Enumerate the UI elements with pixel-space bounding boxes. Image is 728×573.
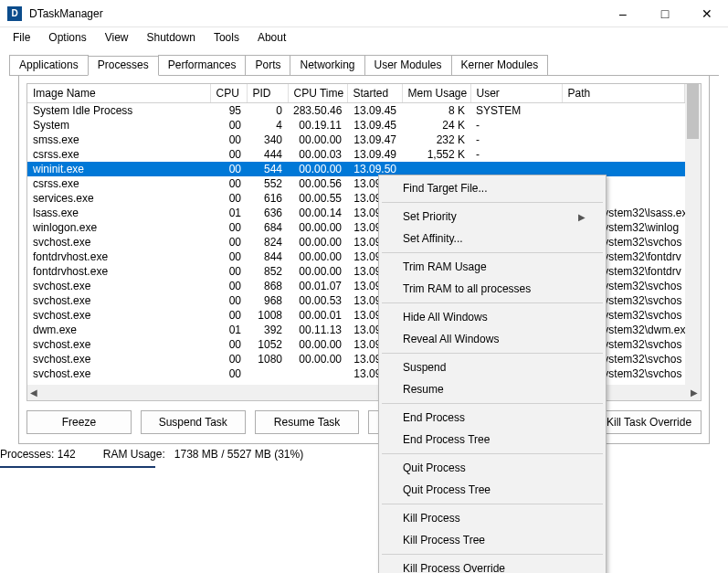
menu-about[interactable]: About [248,29,295,46]
col-image-name[interactable]: Image Name [27,84,210,103]
col-user[interactable]: User [470,84,562,103]
scroll-left-icon[interactable]: ◀ [30,387,37,398]
vertical-scrollbar[interactable] [685,84,701,385]
maximize-button[interactable]: □ [644,0,686,27]
cm-trim-ram-usage[interactable]: Trim RAM Usage [381,256,604,278]
cell-pid: 1052 [247,337,288,352]
table-row[interactable]: System Idle Process950283.50.4613.09.458… [27,103,685,119]
cell-name: svchost.exe [27,308,210,323]
context-menu-separator [382,403,603,404]
col-pid[interactable]: PID [247,84,288,103]
cell-user: - [470,133,562,147]
cell-cpu: 01 [210,323,247,337]
cell-mem: 232 K [402,133,470,147]
cell-cputime: 00.00.55 [288,191,347,206]
tab-networking[interactable]: Networking [290,55,364,75]
cm-label: Kill Process [403,512,460,525]
cell-cputime [288,366,347,381]
scrollbar-thumb[interactable] [687,84,699,139]
cell-cputime: 00.00.00 [288,133,347,147]
cm-resume[interactable]: Resume [381,378,604,400]
cm-label: Quit Process [403,462,466,474]
button-suspend-task[interactable]: Suspend Task [141,410,246,434]
cell-cputime: 00.11.13 [288,323,347,337]
cell-cputime: 00.00.00 [288,337,347,352]
cell-name: fontdrvhost.exe [27,264,210,279]
cm-set-affinity-[interactable]: Set Affinity... [381,228,604,249]
tab-applications[interactable]: Applications [9,55,89,75]
context-menu-separator [382,504,603,504]
cm-label: Suspend [403,361,446,374]
scroll-right-icon[interactable]: ▶ [691,387,698,398]
cm-hide-all-windows[interactable]: Hide All Windows [381,306,604,328]
menu-file[interactable]: File [4,29,39,46]
tab-processes[interactable]: Processes [88,56,159,76]
cell-cpu: 00 [210,133,247,147]
cell-pid: 552 [247,176,288,191]
cell-cpu: 01 [210,206,247,220]
ram-value: 1738 MB / 5527 MB (31%) [174,448,303,461]
cm-find-target-file-[interactable]: Find Target File... [381,177,604,199]
cell-cpu: 00 [210,147,247,162]
cm-trim-ram-to-all-processes[interactable]: Trim RAM to all processes [381,278,604,300]
col-started[interactable]: Started [347,84,402,103]
cell-cputime: 00.00.56 [288,176,347,191]
col-cpu[interactable]: CPU [210,84,247,103]
cell-started: 13.09.49 [347,147,402,162]
cell-path [562,118,685,133]
cm-end-process-tree[interactable]: End Process Tree [381,429,604,451]
button-freeze[interactable]: Freeze [26,410,132,434]
cm-quit-process-tree[interactable]: Quit Process Tree [381,479,604,501]
menu-options[interactable]: Options [39,29,95,46]
cm-label: Trim RAM Usage [403,260,487,273]
col-mem-usage[interactable]: Mem Usage [402,84,470,103]
button-kill-task-override[interactable]: Kill Task Override [596,410,702,434]
cell-cputime: 00.00.14 [288,206,347,220]
col-cpu-time[interactable]: CPU Time [288,84,347,103]
col-path[interactable]: Path [562,84,685,103]
cm-kill-process-tree[interactable]: Kill Process Tree [381,529,604,551]
cell-name: svchost.exe [27,279,210,293]
table-row[interactable]: csrss.exe0044400.00.0313.09.491,552 K- [27,147,685,162]
cell-mem: 8 K [402,103,470,119]
menu-view[interactable]: View [96,29,138,46]
cell-cpu: 00 [210,337,247,352]
cell-path [562,147,685,162]
tab-user-modules[interactable]: User Modules [364,55,452,75]
cell-user: SYSTEM [470,103,562,119]
cell-cputime: 00.01.07 [288,279,347,293]
cell-cputime: 00.00.00 [288,220,347,235]
table-row[interactable]: System00400.19.1113.09.4524 K- [27,118,685,133]
cm-quit-process[interactable]: Quit Process [381,457,604,479]
menu-shutdown[interactable]: Shutdown [138,29,205,46]
menu-tools[interactable]: Tools [205,29,248,46]
cm-kill-process[interactable]: Kill Process [381,507,604,529]
cell-name: csrss.exe [27,176,210,191]
cell-name: svchost.exe [27,235,210,249]
window-controls: – □ ✕ [602,0,728,27]
cm-label: Resume [403,383,444,396]
cm-reveal-all-windows[interactable]: Reveal All Windows [381,328,604,350]
tab-kerner-modules[interactable]: Kerner Modules [451,55,549,75]
cell-name: dwm.exe [27,323,210,337]
cm-set-priority[interactable]: Set Priority▶ [381,206,604,228]
tab-ports[interactable]: Ports [245,55,290,75]
cell-cputime: 00.00.03 [288,147,347,162]
minimize-button[interactable]: – [602,0,644,27]
close-button[interactable]: ✕ [686,0,728,27]
cell-cpu: 00 [210,235,247,249]
cm-end-process[interactable]: End Process [381,407,604,429]
cell-pid: 1080 [247,352,288,366]
button-resume-task[interactable]: Resume Task [255,410,360,434]
cell-pid: 844 [247,249,288,264]
cm-label: Hide All Windows [403,311,488,324]
cell-cpu: 00 [210,264,247,279]
tab-performances[interactable]: Performances [158,55,247,75]
cm-suspend[interactable]: Suspend [381,356,604,378]
cell-cputime: 00.00.00 [288,249,347,264]
table-row[interactable]: smss.exe0034000.00.0013.09.47232 K- [27,133,685,147]
cell-cpu: 00 [210,279,247,293]
app-icon: D [7,6,22,21]
cell-cputime: 00.00.00 [288,352,347,366]
cm-kill-process-override[interactable]: Kill Process Override [381,557,604,573]
